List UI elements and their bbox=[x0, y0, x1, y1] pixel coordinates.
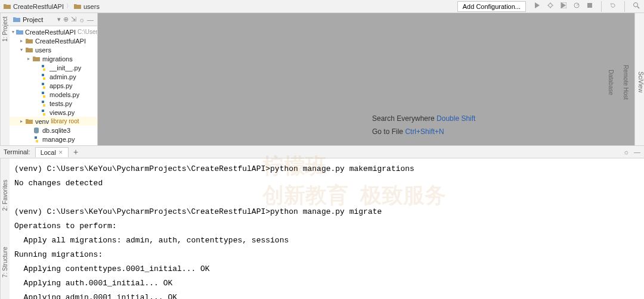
tree-item-admin-py[interactable]: admin.py bbox=[10, 72, 97, 81]
hide-icon[interactable]: — bbox=[87, 16, 94, 23]
folder-icon bbox=[4, 4, 11, 10]
hide-icon[interactable]: — bbox=[634, 148, 640, 155]
tree-item-tests-py[interactable]: tests.py bbox=[10, 99, 97, 108]
collapse-icon[interactable]: ⇲ bbox=[71, 15, 76, 23]
tree-item-label: apps.py bbox=[49, 82, 73, 89]
tree-item-label: CreateRestfulAPI bbox=[35, 38, 86, 45]
coverage-icon[interactable] bbox=[559, 1, 568, 10]
tree-item-hint: C:\Users\Ke bbox=[78, 29, 97, 35]
terminal-line: Apply all migrations: admin, auth, conte… bbox=[14, 233, 639, 248]
tree-item-label: __init__.py bbox=[49, 64, 81, 71]
add-configuration-button[interactable]: Add Configuration... bbox=[457, 1, 526, 12]
tree-item-label: db.sqlite3 bbox=[42, 127, 70, 134]
left-tool-favorites[interactable]: 2: Favorites bbox=[2, 180, 8, 211]
chevron-right-icon: 〉 bbox=[66, 2, 72, 10]
tree-item-db-sqlite3[interactable]: db.sqlite3 bbox=[10, 126, 97, 135]
project-sidebar-header: Project ▾ ⊕ ⇲ ☼ — bbox=[10, 13, 97, 26]
terminal-body[interactable]: (venv) C:\Users\KeYou\PycharmProjects\Cr… bbox=[10, 158, 644, 298]
right-tool-database[interactable]: Database bbox=[608, 70, 614, 95]
folder-icon bbox=[26, 46, 33, 53]
tree-item-label: venv bbox=[35, 118, 49, 125]
tree-item-createrestfulapi[interactable]: ▸CreateRestfulAPI bbox=[10, 36, 97, 45]
terminal-line: No changes detected bbox=[14, 176, 639, 191]
run-toolbar bbox=[533, 1, 640, 12]
search-icon[interactable] bbox=[632, 1, 640, 10]
terminal-wrap: (venv) C:\Users\KeYou\PycharmProjects\Cr… bbox=[10, 158, 644, 298]
terminal-line: Operations to perform: bbox=[14, 219, 639, 233]
chevron-right-icon[interactable]: ▸ bbox=[19, 119, 24, 124]
tree-item-label: admin.py bbox=[49, 73, 76, 80]
terminal-line: (venv) C:\Users\KeYou\PycharmProjects\Cr… bbox=[14, 162, 639, 176]
folder-icon bbox=[33, 55, 41, 62]
debug-icon[interactable] bbox=[546, 1, 555, 10]
tree-item-label: tests.py bbox=[49, 100, 72, 107]
tree-item-models-py[interactable]: models.py bbox=[10, 90, 97, 99]
project-sidebar-title[interactable]: Project bbox=[23, 16, 55, 23]
hint-goto-key: Ctrl+Shift+N bbox=[405, 127, 444, 136]
tree-item-apps-py[interactable]: apps.py bbox=[10, 81, 97, 90]
svg-rect-3 bbox=[587, 3, 592, 8]
tree-item-users[interactable]: ▾users bbox=[10, 45, 97, 54]
tree-item-label: CreateRestfulAPI bbox=[25, 29, 76, 36]
run-icon[interactable] bbox=[533, 1, 541, 10]
breadcrumb-leaf[interactable]: users bbox=[83, 3, 100, 10]
terminal-tab-local[interactable]: Local ✕ bbox=[35, 147, 69, 157]
right-toolwindow-bar: SciView Remote Host Database bbox=[634, 13, 644, 145]
project-sidebar: Project ▾ ⊕ ⇲ ☼ — ▾CreateRestfulAPI C:\U… bbox=[10, 13, 98, 145]
terminal-line: (venv) C:\Users\KeYou\PycharmProjects\Cr… bbox=[14, 205, 639, 219]
svg-point-4 bbox=[634, 2, 638, 7]
close-icon[interactable]: ✕ bbox=[58, 150, 63, 155]
tree-item-hint: library root bbox=[51, 118, 79, 124]
terminal-tab-label: Local bbox=[41, 149, 56, 156]
tree-item-venv[interactable]: ▸venv library root bbox=[10, 117, 97, 126]
breadcrumb-root[interactable]: CreateRestfulAPI bbox=[13, 3, 64, 10]
editor-area: Search Everywhere Double Shift Go to Fil… bbox=[98, 13, 644, 145]
right-tool-sciview[interactable]: SciView bbox=[637, 71, 644, 92]
stop-icon[interactable] bbox=[586, 1, 594, 10]
navbar-right: Add Configuration... bbox=[457, 1, 640, 12]
toolbar-separator bbox=[601, 1, 602, 12]
chevron-down-icon[interactable]: ▾ bbox=[19, 47, 24, 52]
tree-item-migrations[interactable]: ▸migrations bbox=[10, 54, 97, 63]
hint-search-label: Search Everywhere bbox=[372, 114, 435, 123]
project-tree[interactable]: ▾CreateRestfulAPI C:\Users\Ke▸CreateRest… bbox=[10, 26, 97, 145]
terminal-add-tab[interactable]: + bbox=[73, 147, 78, 157]
tree-item-label: views.py bbox=[49, 109, 75, 116]
py-icon bbox=[40, 109, 48, 116]
svg-rect-14 bbox=[21, 145, 23, 146]
folder-icon bbox=[74, 4, 81, 10]
toolbar-separator bbox=[624, 1, 625, 12]
chevron-down-icon[interactable]: ▾ bbox=[57, 15, 61, 23]
update-icon[interactable] bbox=[609, 1, 617, 10]
tree-item-manage-py[interactable]: manage.py bbox=[10, 135, 97, 144]
right-tool-remote-host[interactable]: Remote Host bbox=[623, 65, 629, 99]
svg-point-0 bbox=[549, 4, 552, 7]
chevron-down-icon[interactable]: ▾ bbox=[12, 29, 14, 35]
tree-item-label: users bbox=[35, 46, 51, 54]
terminal-line: Applying contenttypes.0001_initial... OK bbox=[14, 262, 639, 276]
hint-search-key: Double Shift bbox=[436, 114, 475, 123]
chevron-right-icon[interactable]: ▸ bbox=[19, 38, 24, 43]
tree-item-createrestfulapi[interactable]: ▾CreateRestfulAPI C:\Users\Ke bbox=[10, 27, 97, 36]
project-icon bbox=[13, 17, 20, 23]
terminal-header-right: ☼ — bbox=[623, 148, 640, 155]
left-tool-structure[interactable]: 7: Structure bbox=[2, 247, 8, 278]
project-icon bbox=[16, 29, 23, 35]
py-icon bbox=[40, 64, 48, 71]
tree-item-label: manage.py bbox=[42, 136, 75, 143]
tree-item-external-libraries[interactable]: ▸External Libraries bbox=[10, 144, 97, 145]
chevron-right-icon[interactable]: ▸ bbox=[26, 56, 31, 61]
navbar: CreateRestfulAPI 〉 users Add Configurati… bbox=[0, 0, 644, 13]
tree-item-views-py[interactable]: views.py bbox=[10, 108, 97, 117]
left-toolwindow-lower: 7: Structure 2: Favorites bbox=[0, 158, 10, 299]
terminal-line bbox=[14, 191, 639, 205]
left-toolwindow-project[interactable]: 1: Project bbox=[0, 13, 10, 145]
breadcrumb: CreateRestfulAPI 〉 users bbox=[4, 2, 100, 10]
tree-item---init---py[interactable]: __init__.py bbox=[10, 63, 97, 72]
py-icon bbox=[40, 91, 48, 98]
gear-icon[interactable]: ☼ bbox=[79, 16, 85, 23]
target-icon[interactable]: ⊕ bbox=[63, 15, 69, 23]
profile-icon[interactable] bbox=[572, 1, 581, 10]
tree-item-label: models.py bbox=[49, 91, 79, 98]
gear-icon[interactable]: ☼ bbox=[623, 148, 629, 155]
